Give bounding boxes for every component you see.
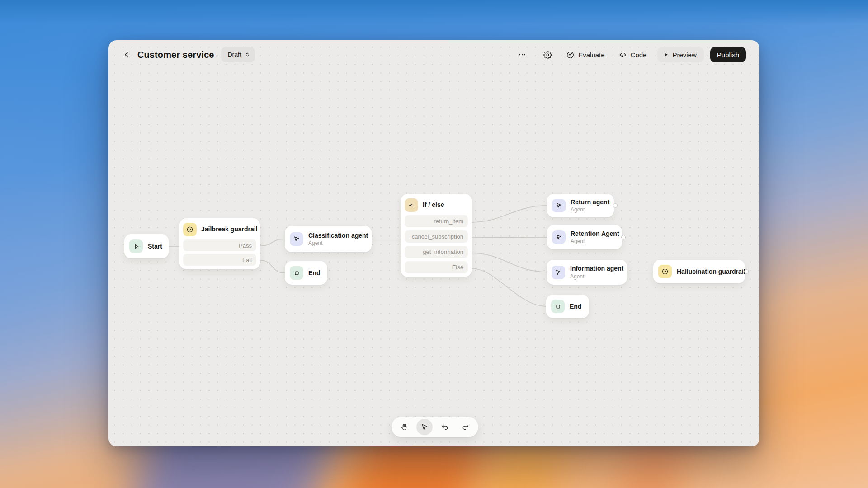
branch-rows: return_item cancel_subscription get_info… <box>405 215 468 273</box>
edge <box>472 206 547 222</box>
node-subtitle: Agent <box>571 238 619 244</box>
node-title: Retention Agent <box>571 230 619 238</box>
select-tool-button[interactable] <box>416 419 433 435</box>
canvas-toolbar <box>392 417 478 437</box>
node-label: End <box>308 269 320 277</box>
code-icon <box>618 51 627 59</box>
code-label: Code <box>631 51 647 59</box>
header: Customer service Draft Ev <box>108 40 760 69</box>
agent-cursor-icon <box>552 230 566 244</box>
publish-button[interactable]: Publish <box>710 47 746 62</box>
preview-button[interactable]: Preview <box>657 47 703 62</box>
edge <box>260 239 285 246</box>
play-icon <box>129 239 143 253</box>
branch-row-else[interactable]: Else <box>405 261 468 273</box>
agent-cursor-icon <box>552 199 566 212</box>
node-label: Start <box>148 243 162 250</box>
evaluate-label: Evaluate <box>578 51 604 59</box>
node-title: Hallucination guardrail <box>677 268 745 275</box>
node-subtitle: Agent <box>571 206 609 213</box>
page-title: Customer service <box>137 50 214 60</box>
output-port[interactable] <box>744 269 749 274</box>
branch-icon <box>405 198 418 212</box>
ellipsis-icon <box>518 51 526 59</box>
branch-row-return-item[interactable]: return_item <box>405 215 468 227</box>
stop-icon <box>290 266 303 280</box>
node-classification-agent[interactable]: Classification agent Agent <box>285 226 372 252</box>
node-title: Return agent <box>571 198 609 206</box>
node-label: End <box>570 303 581 310</box>
status-label: Draft <box>227 51 241 58</box>
branch-row-fail[interactable]: Fail <box>183 254 256 266</box>
publish-label: Publish <box>717 51 739 59</box>
redo-icon <box>461 423 470 432</box>
cursor-icon <box>420 423 429 431</box>
preview-label: Preview <box>672 51 696 59</box>
settings-button[interactable] <box>541 48 554 61</box>
shield-check-icon <box>183 223 197 236</box>
node-hallucination-guardrail[interactable]: Hallucination guardrail <box>653 260 745 283</box>
undo-icon <box>441 423 449 432</box>
edge <box>472 253 547 272</box>
node-title: Jailbreak guardrail <box>201 225 258 234</box>
play-icon <box>663 52 669 57</box>
node-information-agent[interactable]: Information agent Agent <box>547 260 627 285</box>
node-header: If / else <box>405 197 468 213</box>
node-subtitle: Agent <box>308 240 368 246</box>
evaluate-button[interactable]: Evaluate <box>566 51 604 59</box>
branch-row-cancel-subscription[interactable]: cancel_subscription <box>405 230 468 243</box>
undo-button[interactable] <box>437 419 453 435</box>
node-title: Classification agent <box>308 232 368 240</box>
node-end-top[interactable]: End <box>285 261 327 285</box>
node-subtitle: Agent <box>570 273 623 280</box>
node-title: Information agent <box>570 265 623 273</box>
code-button[interactable]: Code <box>618 51 647 59</box>
back-button[interactable] <box>119 47 134 62</box>
output-port[interactable] <box>613 203 618 208</box>
stop-icon <box>551 300 565 313</box>
node-jailbreak-guardrail[interactable]: Jailbreak guardrail Pass Fail <box>179 218 260 269</box>
pan-tool-button[interactable] <box>396 419 412 435</box>
edge <box>260 260 285 273</box>
shield-check-icon <box>658 265 672 278</box>
gear-icon <box>543 51 552 59</box>
output-port[interactable] <box>621 235 626 239</box>
app-window: Customer service Draft Ev <box>108 40 760 446</box>
chevron-updown-icon <box>244 52 250 58</box>
branch-rows: Pass Fail <box>183 239 256 266</box>
evaluate-gauge-icon <box>566 51 575 59</box>
branch-row-pass[interactable]: Pass <box>183 239 256 251</box>
branch-row-get-information[interactable]: get_information <box>405 246 468 258</box>
edge <box>472 237 547 238</box>
node-return-agent[interactable]: Return agent Agent <box>547 194 614 217</box>
edge <box>472 268 546 306</box>
chevron-left-icon <box>123 51 131 59</box>
agent-cursor-icon <box>290 232 303 246</box>
node-header: Jailbreak guardrail <box>183 222 256 237</box>
redo-button[interactable] <box>458 419 474 435</box>
hand-icon <box>400 423 409 432</box>
more-button[interactable] <box>515 48 529 61</box>
node-retention-agent[interactable]: Retention Agent Agent <box>547 225 622 249</box>
node-title: If / else <box>423 201 444 209</box>
node-start[interactable]: Start <box>124 234 169 258</box>
node-if-else[interactable]: If / else return_item cancel_subscriptio… <box>401 194 472 277</box>
node-end-bottom[interactable]: End <box>546 295 589 318</box>
agent-cursor-icon <box>552 266 565 279</box>
status-dropdown[interactable]: Draft <box>221 47 255 62</box>
header-actions: Evaluate Code Preview Publish <box>515 47 746 62</box>
